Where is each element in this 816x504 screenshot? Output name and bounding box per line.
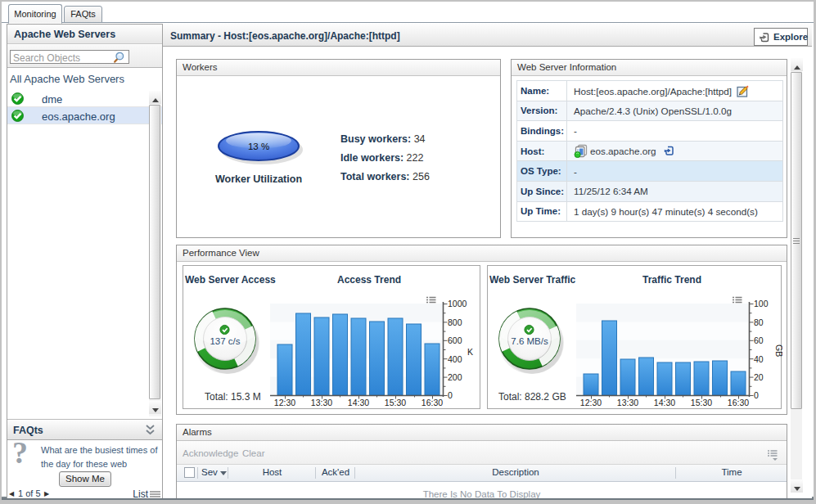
svg-text:137 c/s: 137 c/s: [210, 336, 240, 346]
svg-text:13 %: 13 %: [248, 142, 269, 151]
svg-text:0: 0: [448, 390, 453, 400]
svg-text:14:30: 14:30: [348, 398, 369, 407]
svg-text:0: 0: [754, 390, 759, 400]
svg-text:14:30: 14:30: [654, 398, 675, 407]
svg-text:16:30: 16:30: [728, 398, 749, 407]
svg-text:12:30: 12:30: [274, 398, 295, 407]
svg-text:100: 100: [754, 299, 769, 308]
svg-text:15:30: 15:30: [385, 398, 406, 407]
svg-text:1000: 1000: [448, 299, 467, 308]
svg-text:60: 60: [754, 335, 764, 345]
svg-text:13:30: 13:30: [311, 398, 332, 407]
svg-text:13:30: 13:30: [617, 398, 638, 407]
svg-text:7.6 MB/s: 7.6 MB/s: [511, 336, 548, 346]
svg-text:12:30: 12:30: [580, 398, 602, 407]
svg-text:600: 600: [448, 335, 462, 345]
svg-text:16:30: 16:30: [422, 398, 443, 407]
svg-text:40: 40: [754, 354, 764, 364]
svg-text:800: 800: [448, 317, 462, 327]
svg-text:15:30: 15:30: [691, 398, 712, 407]
svg-text:K: K: [467, 347, 473, 357]
svg-text:GB: GB: [774, 344, 782, 357]
svg-text:80: 80: [754, 317, 764, 327]
svg-text:200: 200: [448, 372, 462, 382]
svg-text:400: 400: [448, 354, 462, 364]
svg-text:20: 20: [754, 372, 764, 382]
